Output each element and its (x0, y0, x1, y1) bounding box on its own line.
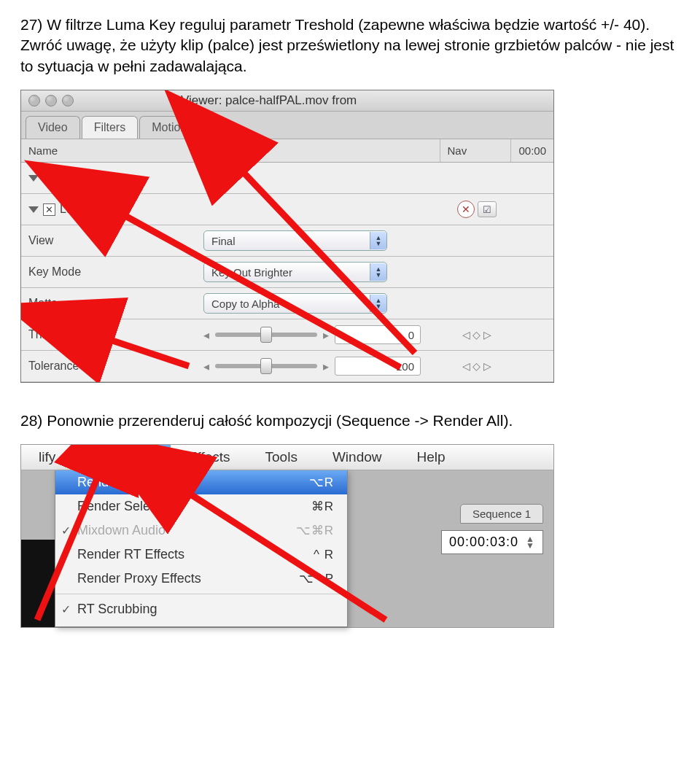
menu-shortcut: ⌥⌘R (296, 523, 334, 538)
row-tolerance: Tolerance ◂ ▸ 100 ◁ ◇ ▷ (21, 351, 553, 382)
dark-pane (21, 540, 55, 627)
menu-label: Render RT Effects (77, 547, 184, 562)
keyframe-nav[interactable]: ◁ ◇ ▷ (462, 329, 492, 341)
tolerance-label: Tolerance (28, 360, 79, 373)
menu-label: Render Proxy Effects (77, 571, 201, 586)
tab-filters[interactable]: Filters (82, 116, 139, 139)
sequence-menu-panel: Render All ⌥R Render Selection ⌘R ✓ Mixd… (55, 470, 348, 627)
menu-effects[interactable]: Effects (171, 445, 248, 470)
tolerance-value-box[interactable]: 100 (335, 357, 421, 376)
keymode-label: Key Mode (28, 265, 81, 279)
keymode-value: Key Out Brighter (211, 266, 292, 279)
view-label: View (28, 234, 53, 247)
viewer-panel-screenshot: Viewer: palce-halfPAL.mov from Video Fil… (20, 90, 554, 383)
row-luma-key: ✕ Luma Key ✕ ☑ (21, 194, 553, 225)
disclosure-icon[interactable] (28, 206, 39, 213)
header-nav: Nav (440, 139, 512, 162)
tab-video[interactable]: Video (26, 116, 80, 139)
menu-item-render-rt[interactable]: Render RT Effects ^ R (55, 543, 347, 567)
menu-label: RT Scrubbing (77, 602, 157, 617)
threshold-slider[interactable] (215, 333, 317, 337)
menu-window[interactable]: Window (315, 445, 400, 470)
stepper-arrows-icon[interactable]: ▲▼ (526, 536, 535, 549)
row-threshold: Threshold ◂ ▸ 0 ◁ ◇ ▷ (21, 319, 553, 351)
matte-value: Copy to Alpha (211, 298, 279, 310)
tab-motion[interactable]: Motion (139, 116, 199, 139)
traffic-min-icon (45, 95, 57, 106)
threshold-value-box[interactable]: 0 (335, 325, 421, 344)
check-icon: ✓ (61, 524, 71, 537)
keymode-dropdown[interactable]: Key Out Brighter ▲▼ (203, 262, 387, 282)
check-icon: ✓ (61, 602, 71, 616)
menubar: lify Sequence Effects Tools Window Help (21, 445, 553, 470)
viewer-titlebar: Viewer: palce-halfPAL.mov from (21, 90, 553, 112)
traffic-zoom-icon (62, 95, 74, 106)
group-label: Video Filters (43, 171, 108, 184)
header-timecode: 00:00 (511, 139, 553, 162)
column-headers: Name Parameters Nav 00:00 (21, 139, 553, 163)
menu-shortcut: ⌘R (311, 499, 334, 514)
sequence-menu-screenshot: lify Sequence Effects Tools Window Help … (20, 444, 554, 628)
menu-item-render-all[interactable]: Render All ⌥R (55, 470, 347, 494)
view-dropdown[interactable]: Final ▲▼ (203, 230, 387, 251)
traffic-close-icon (28, 95, 40, 106)
menu-help[interactable]: Help (399, 445, 462, 470)
matte-label: Matte (28, 297, 58, 310)
dropdown-arrows-icon: ▲▼ (370, 263, 386, 281)
reset-icon[interactable]: ✕ (457, 201, 475, 218)
menu-item-rt-scrubbing[interactable]: ✓ RT Scrubbing (55, 597, 347, 621)
menu-label: Mixdown Audio (77, 523, 166, 538)
menu-shortcut: ⌥R (309, 475, 334, 490)
matte-dropdown[interactable]: Copy to Alpha ▲▼ (203, 293, 387, 314)
timecode-value: 00:00:03:0 (449, 535, 518, 550)
row-view: View Final ▲▼ (21, 225, 553, 257)
paragraph-28: 28) Ponownie przerenderuj całość kompozy… (20, 411, 680, 431)
menu-item-mixdown-audio: ✓ Mixdown Audio ⌥⌘R (55, 518, 347, 543)
menu-label: Render All (77, 475, 138, 490)
menu-sequence[interactable]: Sequence (73, 445, 171, 470)
row-key-mode: Key Mode Key Out Brighter ▲▼ (21, 257, 553, 288)
header-parameters: Parameters (195, 139, 440, 162)
paragraph-27: 27) W filtrze Luma Key reguluj parametr … (20, 15, 680, 77)
filter-name: Luma Key (60, 203, 112, 216)
menu-tools[interactable]: Tools (248, 445, 315, 470)
preset-button[interactable]: ☑ (478, 201, 497, 217)
menu-lify[interactable]: lify (21, 445, 73, 470)
timecode-box[interactable]: 00:00:03:0 ▲▼ (441, 530, 543, 554)
slider-thumb-icon[interactable] (260, 327, 272, 343)
menu-label: Render Selection (77, 499, 178, 514)
sequence-tab[interactable]: Sequence 1 (460, 504, 543, 524)
header-name: Name (21, 139, 195, 162)
tolerance-slider[interactable] (215, 364, 317, 368)
dropdown-arrows-icon: ▲▼ (370, 295, 386, 312)
row-matte: Matte Copy to Alpha ▲▼ (21, 288, 553, 319)
viewer-title: Viewer: palce-halfPAL.mov from (181, 93, 357, 108)
menu-item-render-selection[interactable]: Render Selection ⌘R (55, 494, 347, 518)
menu-shortcut: ^ R (314, 548, 334, 562)
threshold-label: Threshold (28, 328, 80, 341)
disclosure-icon[interactable] (28, 175, 39, 182)
slider-thumb-icon[interactable] (260, 358, 272, 374)
menu-item-render-proxy[interactable]: Render Proxy Effects ⌥⌃P (55, 567, 347, 591)
row-video-filters: Video Filters (21, 163, 553, 194)
dropdown-arrows-icon: ▲▼ (370, 232, 386, 249)
view-value: Final (211, 235, 236, 247)
menu-shortcut: ⌥⌃P (299, 571, 334, 586)
viewer-tabs: Video Filters Motion (21, 112, 553, 139)
keyframe-nav[interactable]: ◁ ◇ ▷ (462, 360, 492, 372)
filter-enable-checkbox[interactable]: ✕ (43, 203, 55, 216)
